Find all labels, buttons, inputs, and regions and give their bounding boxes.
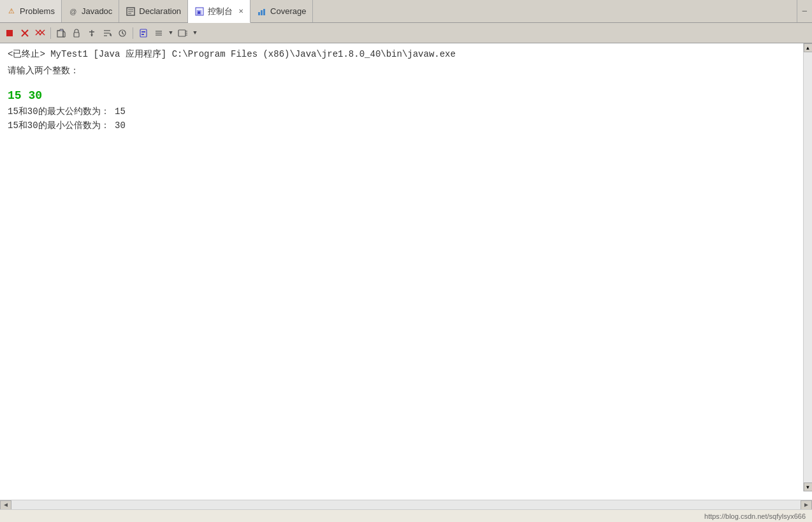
view-menu-dropdown[interactable]: ▼ (167, 26, 175, 40)
new-console-dropdown[interactable]: ▼ (191, 26, 199, 40)
tab-declaration[interactable]: Declaration (119, 0, 188, 22)
svg-rect-31 (140, 29, 147, 37)
console-with-scrollbar: <已终止> MyTest1 [Java 应用程序] C:\Program Fil… (0, 43, 812, 500)
stop-button[interactable] (3, 26, 17, 40)
console-path-line: <已终止> MyTest1 [Java 应用程序] C:\Program Fil… (8, 48, 804, 60)
pin-button[interactable] (85, 26, 99, 40)
scroll-left-arrow[interactable]: ◀ (0, 500, 11, 510)
svg-rect-32 (141, 31, 145, 33)
status-url: https://blog.csdn.net/sqfylsyx666 (704, 512, 806, 520)
tab-console-label: 控制台 (208, 6, 233, 17)
console-prompt: 请输入两个整数： (8, 65, 804, 76)
tab-bar: ⚠ Problems @ Javadoc Declaration (0, 0, 812, 23)
right-scrollbar[interactable]: ▲ ▼ (803, 43, 812, 491)
console-user-input: 15 30 (8, 89, 804, 102)
eclipse-window: ⚠ Problems @ Javadoc Declaration (0, 0, 812, 522)
svg-rect-33 (141, 34, 144, 35)
tab-problems-label: Problems (20, 6, 55, 16)
svg-rect-8 (263, 9, 265, 15)
console-spacer (8, 79, 804, 89)
toolbar: ▼ ▼ (0, 23, 812, 43)
remove-all-button[interactable] (33, 26, 47, 40)
svg-rect-9 (6, 30, 13, 36)
bottom-scrollbar[interactable]: ◀ ▶ (0, 500, 812, 509)
status-bar: https://blog.csdn.net/sqfylsyx666 (0, 509, 812, 522)
scroll-up-arrow[interactable]: ▲ (804, 43, 813, 52)
console-icon: ▣ (194, 6, 205, 17)
console-close-icon[interactable]: ✕ (238, 8, 243, 15)
tab-javadoc[interactable]: @ Javadoc (62, 0, 119, 22)
lock-console-button[interactable] (69, 26, 83, 40)
tab-bar-spacer (313, 0, 796, 22)
tab-javadoc-label: Javadoc (82, 6, 112, 16)
scroll-lock-button[interactable] (115, 26, 129, 40)
toolbar-sep-1 (50, 27, 51, 39)
console-output: 15和30的最大公约数为： 15 15和30的最小公倍数为： 30 (8, 105, 804, 133)
scroll-track[interactable] (804, 52, 812, 482)
console-content[interactable]: <已终止> MyTest1 [Java 应用程序] C:\Program Fil… (0, 43, 812, 500)
svg-rect-21 (74, 33, 79, 37)
tab-coverage-label: Coverage (270, 6, 306, 16)
console-output-line-1: 15和30的最大公约数为： 15 (8, 105, 804, 119)
window-controls: ─ (797, 0, 812, 22)
scroll-right-arrow[interactable]: ▶ (801, 500, 812, 510)
console-area: <已终止> MyTest1 [Java 应用程序] C:\Program Fil… (0, 43, 812, 509)
svg-rect-7 (261, 10, 263, 15)
declaration-icon (126, 6, 136, 17)
svg-text:▣: ▣ (196, 9, 202, 15)
word-wrap-button[interactable] (100, 26, 114, 40)
problems-icon: ⚠ (6, 6, 17, 17)
javadoc-icon: @ (68, 6, 78, 17)
tab-declaration-label: Declaration (139, 6, 181, 16)
open-file-button[interactable] (54, 26, 68, 40)
scroll-down-arrow[interactable]: ▼ (804, 482, 813, 491)
svg-rect-6 (258, 12, 260, 15)
svg-rect-16 (57, 31, 63, 37)
tab-problems[interactable]: ⚠ Problems (0, 0, 62, 22)
remove-button[interactable] (18, 26, 32, 40)
new-console-button[interactable] (176, 26, 190, 40)
toolbar-sep-2 (133, 27, 133, 39)
scroll-bottom-track[interactable] (11, 500, 801, 509)
console-output-line-2: 15和30的最小公倍数为： 30 (8, 119, 804, 133)
coverage-icon (257, 6, 267, 17)
tab-console[interactable]: ▣ 控制台 ✕ (188, 0, 250, 23)
minimize-icon[interactable]: ─ (800, 7, 809, 16)
svg-marker-24 (91, 34, 93, 36)
pin2-button[interactable] (136, 26, 150, 40)
console-main: <已终止> MyTest1 [Java 应用程序] C:\Program Fil… (0, 43, 812, 500)
view-menu-button[interactable] (152, 26, 166, 40)
svg-rect-37 (178, 30, 185, 36)
svg-line-30 (122, 33, 124, 34)
tab-coverage[interactable]: Coverage (250, 0, 313, 22)
